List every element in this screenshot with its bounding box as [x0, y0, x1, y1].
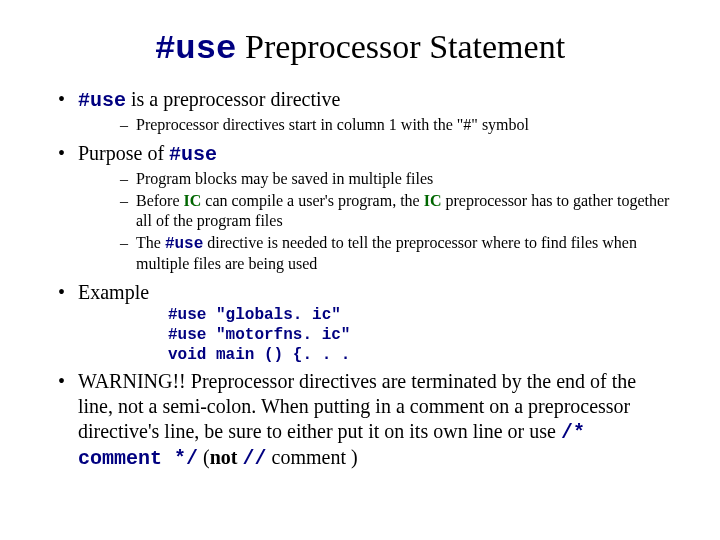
title-rest: Preprocessor Statement: [237, 28, 566, 65]
b4-code2: //: [243, 447, 267, 470]
title-code: #use: [155, 30, 237, 68]
b2-sub2-c: can compile a user's program, the: [201, 192, 423, 209]
b2-sub3-a: The: [136, 234, 165, 251]
code-line-3: void main () {. . .: [168, 345, 670, 365]
bullet-2: Purpose of #use Program blocks may be sa…: [50, 141, 670, 274]
b4-a: WARNING!! Preprocessor directives are te…: [78, 370, 636, 442]
bullet-4: WARNING!! Preprocessor directives are te…: [50, 369, 670, 471]
b1-sub1-c: symbol: [478, 116, 529, 133]
b2-sub2: Before IC can compile a user's program, …: [78, 191, 670, 231]
b2-sub1: Program blocks may be saved in multiple …: [78, 169, 670, 189]
b1-sub1-b: "#": [457, 116, 478, 133]
b4-not: not: [210, 446, 238, 468]
b1-code: #use: [78, 89, 126, 112]
b2-sub2-a: Before: [136, 192, 184, 209]
b2-sublist: Program blocks may be saved in multiple …: [78, 169, 670, 274]
b1-sublist: Preprocessor directives start in column …: [78, 115, 670, 135]
b3-label: Example: [78, 281, 149, 303]
code-line-1: #use "globals. ic": [168, 305, 670, 325]
b2-code: #use: [169, 143, 217, 166]
b4-b: (: [198, 446, 210, 468]
b1-rest: is a preprocessor directive: [126, 88, 340, 110]
bullet-3: Example #use "globals. ic" #use "motorfn…: [50, 280, 670, 365]
main-list: #use is a preprocessor directive Preproc…: [50, 87, 670, 471]
b2-sub2-b: IC: [184, 192, 202, 209]
b2-a: Purpose of: [78, 142, 169, 164]
b2-sub3-b: directive is needed to tell the preproce…: [136, 234, 637, 272]
slide-title: #use Preprocessor Statement: [50, 26, 670, 71]
b1-sub1-a: Preprocessor directives start in column …: [136, 116, 457, 133]
b2-sub2-d: IC: [424, 192, 442, 209]
bullet-1: #use is a preprocessor directive Preproc…: [50, 87, 670, 135]
example-code: #use "globals. ic" #use "motorfns. ic" v…: [168, 305, 670, 365]
code-line-2: #use "motorfns. ic": [168, 325, 670, 345]
b2-sub3-code: #use: [165, 235, 203, 253]
b1-sub1: Preprocessor directives start in column …: [78, 115, 670, 135]
b2-sub3: The #use directive is needed to tell the…: [78, 233, 670, 274]
b4-c: comment ): [267, 446, 358, 468]
